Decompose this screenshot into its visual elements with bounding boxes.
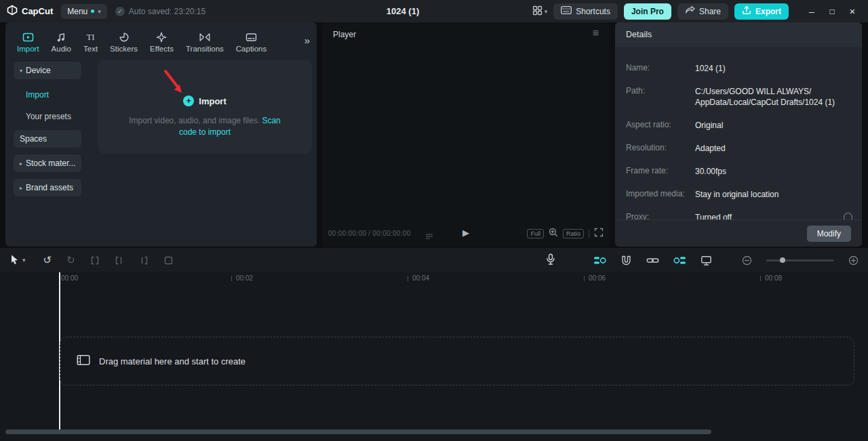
export-button[interactable]: Export <box>734 3 789 20</box>
sidebar-item-your-presets[interactable]: Your presets <box>26 112 71 121</box>
close-button[interactable]: × <box>842 5 863 17</box>
undo-button[interactable]: ↺ <box>43 254 52 266</box>
tab-stickers[interactable]: Stickers <box>104 26 144 58</box>
delete-button[interactable] <box>163 255 174 266</box>
detail-row-path: Path: C:/Users/GOOD WILL ALWAYS/ AppData… <box>626 86 851 108</box>
zoom-in-button[interactable] <box>848 255 859 266</box>
capcut-window: CapCut Menu ▾ ✓ Auto saved: 23:20:15 102… <box>0 0 868 441</box>
divider <box>589 230 589 238</box>
tab-effects[interactable]: Effects <box>144 26 180 58</box>
detail-row-name: Name: 1024 (1) <box>626 63 851 74</box>
import-dropzone-card[interactable]: + Import Import video, audio, and image … <box>98 60 312 154</box>
media-clip-icon <box>77 354 90 369</box>
ruler-tick <box>584 276 585 281</box>
ruler-tick <box>408 276 408 281</box>
menu-button[interactable]: Menu ▾ <box>61 4 107 19</box>
sidebar-item-import[interactable]: Import <box>26 90 49 100</box>
details-body: Name: 1024 (1) Path: C:/Users/GOOD WILL … <box>615 47 862 223</box>
text-icon: TI <box>86 31 94 43</box>
autosave-text: Auto saved: 23:20:15 <box>129 7 205 16</box>
check-icon: ✓ <box>115 7 125 16</box>
maximize-button[interactable]: □ <box>822 7 842 16</box>
full-quality-button[interactable]: Full <box>527 229 544 238</box>
import-button[interactable]: + Import <box>98 96 312 106</box>
preview-axis-toggle[interactable] <box>701 255 712 266</box>
share-label: Share <box>699 7 721 16</box>
share-icon <box>685 5 695 17</box>
tab-captions[interactable]: Captions <box>230 26 273 58</box>
keyboard-icon <box>561 6 572 16</box>
sidebar-item-device[interactable]: ▾ Device <box>14 62 81 79</box>
player-menu-icon[interactable]: ≡ <box>593 27 599 39</box>
play-button[interactable]: ▶ <box>462 228 469 238</box>
delete-right-button[interactable] <box>139 255 149 266</box>
fullscreen-icon[interactable] <box>594 228 604 240</box>
zoom-fit-icon[interactable] <box>549 228 558 240</box>
timeline-toolbar: ▾ ↺ ↻ <box>0 248 868 272</box>
ruler-label: 00:04 <box>412 274 429 282</box>
menu-notification-dot <box>91 9 94 13</box>
export-label: Export <box>755 7 781 16</box>
sidebar-item-brand-assets[interactable]: ▸ Brand assets <box>14 179 81 196</box>
timeline[interactable]: 00:00 00:02 00:04 00:06 00:08 Drag mater… <box>0 272 868 441</box>
main-track-magnet-toggle[interactable] <box>593 255 606 266</box>
tab-text[interactable]: TI Text <box>77 26 104 58</box>
zoom-slider-handle[interactable] <box>780 257 785 263</box>
zoom-out-button[interactable] <box>742 255 752 266</box>
chevron-down-icon: ▾ <box>98 8 101 15</box>
ratio-button[interactable]: Ratio <box>563 229 584 238</box>
capcut-logo: CapCut <box>7 5 53 18</box>
detail-row-frame-rate: Frame rate: 30.00fps <box>626 166 851 177</box>
share-button[interactable]: Share <box>677 3 728 20</box>
sidebar-item-stock-materials[interactable]: ▸ Stock mater... <box>14 154 81 172</box>
overwrite-mode-toggle[interactable] <box>673 255 686 266</box>
plus-icon: + <box>183 96 194 106</box>
auto-snap-toggle[interactable] <box>620 255 632 266</box>
minimize-button[interactable]: – <box>802 6 822 17</box>
chevron-down-icon[interactable]: ▾ <box>22 257 26 264</box>
timecode-options-icon[interactable] <box>425 230 433 243</box>
sidebar-item-spaces[interactable]: Spaces <box>14 130 81 148</box>
media-panel: Import Audio TI Text Stickers <box>5 22 317 247</box>
tab-audio[interactable]: Audio <box>45 26 77 58</box>
chevron-down-icon: ▾ <box>20 68 22 74</box>
timeline-dropzone[interactable]: Drag material here and start to create <box>60 337 854 385</box>
modify-button[interactable]: Modify <box>807 226 851 242</box>
media-tabs: Import Audio TI Text Stickers <box>11 26 299 58</box>
expand-tabs-icon[interactable]: » <box>304 35 310 46</box>
redo-button[interactable]: ↻ <box>66 254 75 266</box>
record-voiceover-button[interactable] <box>546 253 555 267</box>
titlebar: CapCut Menu ▾ ✓ Auto saved: 23:20:15 102… <box>0 0 868 22</box>
player-panel: Player ≡ 00:00:00:00 / 00:00:00:00 ▶ Ful… <box>322 22 610 247</box>
player-controls: 00:00:00:00 / 00:00:00:00 ▶ Full Ratio <box>322 226 610 241</box>
menu-label: Menu <box>67 7 87 16</box>
import-tab-icon <box>22 31 34 43</box>
cursor-icon <box>9 254 20 267</box>
chevron-down-icon: ▾ <box>545 8 548 15</box>
select-tool-button[interactable] <box>9 254 20 267</box>
audio-icon <box>56 31 66 43</box>
join-pro-button[interactable]: Join Pro <box>624 3 671 20</box>
shortcuts-button[interactable]: Shortcuts <box>553 3 618 20</box>
transitions-icon <box>199 31 211 43</box>
layout-button[interactable]: ▾ <box>532 5 548 18</box>
split-button[interactable] <box>90 255 100 266</box>
link-clips-toggle[interactable] <box>646 255 659 266</box>
captions-icon <box>245 31 257 43</box>
delete-left-button[interactable] <box>115 255 124 266</box>
chevron-right-icon: ▸ <box>20 161 22 167</box>
microphone-icon <box>546 253 555 267</box>
detail-row-imported-media: Imported media: Stay in original locatio… <box>626 189 851 200</box>
tab-transitions[interactable]: Transitions <box>180 26 230 58</box>
capcut-logo-icon <box>7 5 18 18</box>
tab-import[interactable]: Import <box>11 26 45 58</box>
horizontal-scrollbar[interactable] <box>5 429 711 434</box>
app-name: CapCut <box>22 6 53 16</box>
chevron-right-icon: ▸ <box>20 185 22 191</box>
ruler-tick <box>760 276 761 281</box>
join-pro-label: Join Pro <box>631 7 664 16</box>
details-footer: Modify <box>615 219 862 247</box>
timeline-zoom-slider[interactable] <box>766 259 834 261</box>
sticker-icon <box>119 31 130 43</box>
layout-grid-icon <box>532 5 542 18</box>
